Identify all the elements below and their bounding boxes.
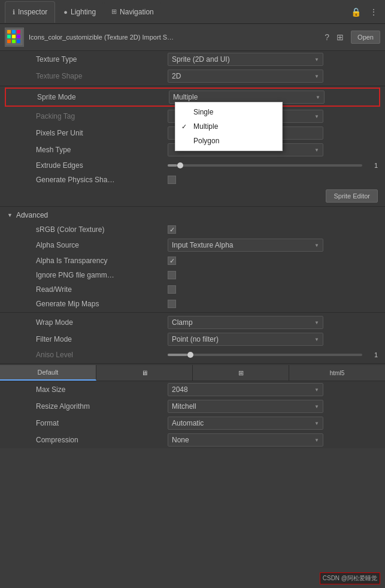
texture-type-dropdown[interactable]: Sprite (2D and UI) ▼ [168,53,323,66]
compression-dropdown[interactable]: None ▼ [168,433,323,447]
tabs-left: ℹ Inspector ● Lighting ⊞ Navigation [5,1,347,23]
extrude-edges-row: Extrude Edges 1 [0,158,385,173]
srgb-label: sRGB (Color Texture) [36,225,168,234]
more-options-icon[interactable]: ⋮ [367,6,380,18]
ignore-png-row: Ignore PNG file gamm… [0,268,385,282]
open-button[interactable]: Open [351,31,380,44]
resize-algo-label: Resize Algorithm [36,402,168,411]
platform-tab-web[interactable]: html5 [289,365,385,381]
ignore-png-checkbox[interactable] [168,271,176,279]
dropdown-arrow-packing: ▼ [314,114,319,119]
main-content: Texture Type Sprite (2D and UI) ▼ Textur… [0,51,385,448]
aniso-slider: 1 [168,351,378,358]
texture-shape-dropdown[interactable]: 2D ▼ [168,70,323,83]
sprite-mode-label: Sprite Mode [37,93,169,101]
svg-rect-1 [7,30,11,34]
dropdown-arrow-filter: ▼ [314,337,319,342]
aniso-level-label: Aniso Level [36,351,168,359]
ignore-png-value [168,271,378,279]
format-dropdown[interactable]: Automatic ▼ [168,417,323,430]
max-size-label: Max Size [36,385,168,394]
tab-inspector-label: Inspector [18,8,47,16]
tab-navigation[interactable]: ⊞ Navigation [104,1,161,23]
alpha-source-label: Alpha Source [36,241,168,249]
max-size-row: Max Size 2048 ▼ [0,381,385,398]
file-thumbnail [5,28,24,47]
generate-mip-value [168,300,378,308]
ignore-png-label: Ignore PNG file gamm… [36,271,168,279]
tab-inspector[interactable]: ℹ Inspector [5,1,55,23]
compression-label: Compression [36,436,168,444]
srgb-row: sRGB (Color Texture) [0,222,385,237]
advanced-section-header[interactable]: ▼ Advanced [0,208,385,222]
alpha-transparency-checkbox[interactable] [168,257,176,265]
tab-navigation-label: Navigation [120,8,154,16]
alpha-transparency-label: Alpha Is Transparency [36,257,168,265]
alpha-source-dropdown[interactable]: Input Texture Alpha ▼ [168,239,323,252]
settings-icon[interactable]: ⊞ [334,31,346,43]
generate-physics-checkbox[interactable] [168,176,176,184]
alpha-transparency-row: Alpha Is Transparency [0,254,385,268]
lock-icon[interactable]: 🔒 [348,6,363,18]
generate-physics-label: Generate Physics Sha… [36,176,168,184]
generate-mip-checkbox[interactable] [168,300,176,308]
wrap-mode-dropdown[interactable]: Clamp ▼ [168,316,323,329]
dropdown-arrow-mesh: ▼ [314,147,319,153]
lighting-icon: ● [63,8,68,16]
navigation-icon: ⊞ [111,8,117,16]
max-size-dropdown[interactable]: 2048 ▼ [168,383,323,396]
texture-shape-label: Texture Shape [36,72,168,80]
divider-3 [0,312,385,313]
generate-mip-row: Generate Mip Maps [0,297,385,311]
popup-item-polygon[interactable]: Polygon [175,134,282,148]
alpha-transparency-value [168,257,378,265]
popup-item-single[interactable]: Single [175,105,282,119]
svg-rect-9 [17,40,20,43]
texture-type-row: Texture Type Sprite (2D and UI) ▼ [0,51,385,68]
platform-tab-desktop-icon: 🖥 [141,369,148,376]
platform-tab-web-icon: html5 [330,370,344,376]
svg-rect-3 [17,30,20,34]
read-write-checkbox[interactable] [168,285,176,294]
help-icon[interactable]: ? [322,31,332,43]
resize-algo-dropdown[interactable]: Mitchell ▼ [168,400,323,413]
resize-algo-row: Resize Algorithm Mitchell ▼ [0,398,385,415]
dropdown-arrow-wrap: ▼ [314,320,319,325]
sprite-mode-popup: Single Multiple Polygon [175,102,283,151]
platform-tabs: Default 🖥 ⊞ html5 [0,365,385,381]
tab-lighting[interactable]: ● Lighting [56,1,103,23]
extrude-edges-value: 1 [168,162,378,169]
srgb-value [168,225,378,234]
texture-shape-value: 2D ▼ [168,70,378,83]
filter-mode-dropdown[interactable]: Point (no filter) ▼ [168,333,323,346]
tab-lighting-label: Lighting [71,8,96,16]
wrap-mode-value: Clamp ▼ [168,316,378,329]
svg-rect-5 [12,35,16,38]
platform-tab-mobile[interactable]: ⊞ [193,365,289,381]
aniso-track[interactable] [168,354,362,356]
format-value: Automatic ▼ [168,417,378,430]
popup-item-multiple[interactable]: Multiple [175,119,282,134]
compression-row: Compression None ▼ [0,432,385,448]
platform-tab-desktop[interactable]: 🖥 [96,365,193,381]
platform-tab-mobile-icon: ⊞ [238,369,244,377]
srgb-checkbox[interactable] [168,225,176,234]
sprite-editor-button[interactable]: Sprite Editor [326,189,378,203]
platform-tab-default[interactable]: Default [0,365,96,381]
read-write-row: Read/Write [0,282,385,297]
divider-4 [0,363,385,364]
extrude-track[interactable] [168,164,362,167]
file-header: Icons_color_customizible (Texture 2D) Im… [0,24,385,51]
pixels-per-unit-label: Pixels Per Unit [36,129,168,137]
dropdown-arrow-texture-type: ▼ [314,57,319,62]
divider-1 [0,86,385,86]
texture-type-value: Sprite (2D and UI) ▼ [168,53,378,66]
dropdown-arrow-compression: ▼ [314,438,319,443]
wrap-mode-row: Wrap Mode Clamp ▼ [0,314,385,331]
alpha-source-row: Alpha Source Input Texture Alpha ▼ [0,237,385,254]
format-label: Format [36,419,168,427]
file-header-icons: ? ⊞ [322,31,346,43]
tabs-right: 🔒 ⋮ [348,6,380,18]
filter-mode-row: Filter Mode Point (no filter) ▼ [0,331,385,348]
tab-bar: ℹ Inspector ● Lighting ⊞ Navigation 🔒 ⋮ [0,0,385,24]
